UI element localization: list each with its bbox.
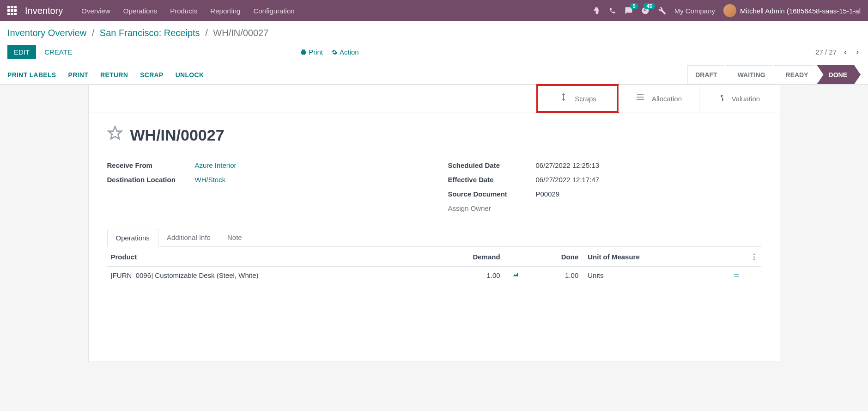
user-menu[interactable]: Mitchell Admin (16856458-saas-15-1-al <box>723 4 861 17</box>
gear-icon <box>331 49 338 55</box>
tool-scrap[interactable]: SCRAP <box>140 71 164 79</box>
field-col-left: Receive From Azure Interior Destination … <box>107 161 420 212</box>
menu-operations[interactable]: Operations <box>123 7 157 15</box>
status-draft[interactable]: DRAFT <box>687 65 730 84</box>
forecast-icon[interactable] <box>511 271 520 279</box>
messages-badge: 5 <box>630 3 638 9</box>
value-receive-from[interactable]: Azure Interior <box>195 161 237 169</box>
menu-configuration[interactable]: Configuration <box>253 7 294 15</box>
breadcrumb-l2[interactable]: San Francisco: Receipts <box>100 28 200 38</box>
edit-button[interactable]: EDIT <box>7 45 36 59</box>
status-waiting[interactable]: WAITING <box>726 65 779 84</box>
messages-icon[interactable]: 5 <box>625 6 633 15</box>
top-menu: Overview Operations Products Reporting C… <box>81 7 294 15</box>
menu-products[interactable]: Products <box>170 7 197 15</box>
field-grid: Receive From Azure Interior Destination … <box>107 161 761 212</box>
status-ready[interactable]: READY <box>774 65 822 84</box>
tool-unlock[interactable]: UNLOCK <box>176 71 204 79</box>
app-name[interactable]: Inventory <box>25 6 63 16</box>
th-done[interactable]: Done <box>523 247 583 267</box>
toolbar-row: PRINT LABELS PRINT RETURN SCRAP UNLOCK D… <box>0 65 868 85</box>
th-demand[interactable]: Demand <box>421 247 504 267</box>
favorite-star-icon[interactable] <box>107 125 123 145</box>
control-panel: Inventory Overview / San Francisco: Rece… <box>0 21 868 65</box>
tab-additional-info[interactable]: Additional Info <box>158 229 219 246</box>
list-icon <box>635 92 645 104</box>
label-owner: Assign Owner <box>448 204 536 212</box>
cell-demand: 1.00 <box>421 267 504 284</box>
record-title: WH/IN/00027 <box>130 126 225 144</box>
apps-icon[interactable] <box>7 6 17 15</box>
avatar <box>723 4 736 17</box>
pager-text: 27 / 27 <box>815 48 837 56</box>
field-col-right: Scheduled Date 06/27/2022 12:25:13 Effec… <box>448 161 761 212</box>
menu-overview[interactable]: Overview <box>81 7 110 15</box>
tool-print[interactable]: PRINT <box>68 71 89 79</box>
dollar-icon <box>719 92 725 105</box>
stat-allocation[interactable]: Allocation <box>618 85 699 112</box>
th-product[interactable]: Product <box>107 247 421 267</box>
label-effective: Effective Date <box>448 176 536 184</box>
create-button[interactable]: CREATE <box>44 48 72 56</box>
value-scheduled: 06/27/2022 12:25:13 <box>536 161 600 169</box>
arrows-vertical-icon <box>559 92 568 105</box>
table-row[interactable]: [FURN_0096] Customizable Desk (Steel, Wh… <box>107 267 761 284</box>
tool-return[interactable]: RETURN <box>100 71 128 79</box>
value-effective: 06/27/2022 12:17:47 <box>536 176 600 184</box>
form-sheet: Scraps Allocation Valuation WH/IN/00 <box>88 85 780 362</box>
breadcrumb-l1[interactable]: Inventory Overview <box>7 28 86 38</box>
label-destination: Destination Location <box>107 176 195 184</box>
title-row: WH/IN/00027 <box>107 125 761 145</box>
sheet-wrapper: Scraps Allocation Valuation WH/IN/00 <box>0 85 868 362</box>
tools-icon[interactable] <box>658 6 666 15</box>
value-source: P00029 <box>536 190 560 198</box>
top-nav: Inventory Overview Operations Products R… <box>0 0 868 21</box>
cell-product: [FURN_0096] Customizable Desk (Steel, Wh… <box>107 267 421 284</box>
tabs: Operations Additional Info Note <box>107 229 761 247</box>
operations-table: Product Demand Done Unit of Measure ⋮ [F… <box>107 247 761 284</box>
label-source: Source Document <box>448 190 536 198</box>
th-uom[interactable]: Unit of Measure <box>582 247 728 267</box>
cell-done: 1.00 <box>523 267 583 284</box>
breadcrumb-current: WH/IN/00027 <box>213 28 268 38</box>
phone-icon[interactable] <box>609 7 616 14</box>
action-dropdown[interactable]: Action <box>331 48 359 56</box>
breadcrumb: Inventory Overview / San Francisco: Rece… <box>7 28 861 38</box>
label-scheduled: Scheduled Date <box>448 161 536 169</box>
bug-icon[interactable] <box>592 6 601 15</box>
pager-prev[interactable]: ‹ <box>842 47 849 57</box>
pager-next[interactable]: › <box>854 47 861 57</box>
stat-buttons: Scraps Allocation Valuation <box>89 85 780 112</box>
print-icon <box>300 49 307 55</box>
form-body: WH/IN/00027 Receive From Azure Interior … <box>89 112 780 297</box>
stat-scraps[interactable]: Scraps <box>537 85 618 112</box>
tab-note[interactable]: Note <box>219 229 250 246</box>
detail-icon[interactable] <box>732 271 741 279</box>
stat-valuation[interactable]: Valuation <box>699 85 780 112</box>
pager: 27 / 27 ‹ › <box>815 47 861 57</box>
menu-reporting[interactable]: Reporting <box>210 7 240 15</box>
table-options-icon[interactable]: ⋮ <box>751 252 758 260</box>
cell-uom: Units <box>582 267 728 284</box>
label-receive-from: Receive From <box>107 161 195 169</box>
company-name[interactable]: My Company <box>674 7 715 15</box>
status-bar: DRAFT WAITING READY DONE <box>692 65 861 84</box>
cp-row: EDIT CREATE Print Action 27 / 27 ‹ › <box>7 45 861 65</box>
value-destination[interactable]: WH/Stock <box>195 176 226 184</box>
status-done[interactable]: DONE <box>817 65 861 84</box>
user-name: Mitchell Admin (16856458-saas-15-1-al <box>740 7 861 15</box>
tool-print-labels[interactable]: PRINT LABELS <box>7 71 56 79</box>
top-right: 5 45 My Company Mitchell Admin (16856458… <box>592 4 861 17</box>
activities-icon[interactable]: 45 <box>641 6 649 15</box>
tool-links: PRINT LABELS PRINT RETURN SCRAP UNLOCK <box>7 71 204 79</box>
tab-operations[interactable]: Operations <box>107 229 158 247</box>
activities-badge: 45 <box>643 3 655 9</box>
print-dropdown[interactable]: Print <box>300 48 323 56</box>
